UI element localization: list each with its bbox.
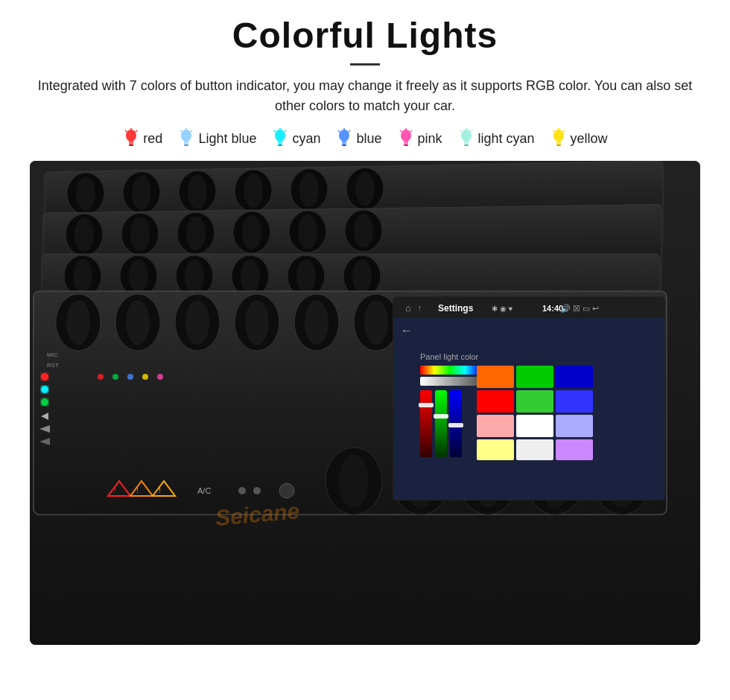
svg-rect-31 xyxy=(464,141,469,144)
svg-point-86 xyxy=(241,259,260,293)
svg-line-29 xyxy=(410,130,412,132)
svg-point-63 xyxy=(74,217,94,252)
svg-rect-207 xyxy=(435,390,447,457)
svg-point-52 xyxy=(244,174,263,208)
svg-text:!: ! xyxy=(136,486,139,494)
svg-point-65 xyxy=(130,217,150,251)
svg-point-156 xyxy=(305,300,328,345)
svg-line-17 xyxy=(285,130,286,132)
svg-point-0 xyxy=(126,130,136,141)
svg-text:MIC: MIC xyxy=(47,351,58,358)
color-label-lightcyan: light cyan xyxy=(478,131,535,147)
svg-line-10 xyxy=(180,130,182,132)
svg-point-162 xyxy=(41,386,48,393)
svg-line-5 xyxy=(136,130,137,132)
svg-rect-221 xyxy=(477,439,514,460)
svg-rect-218 xyxy=(477,415,514,437)
svg-rect-211 xyxy=(448,423,463,427)
svg-rect-220 xyxy=(556,415,593,437)
bulb-icon-lightblue xyxy=(177,128,195,149)
svg-point-67 xyxy=(186,216,206,250)
svg-rect-26 xyxy=(404,144,408,146)
svg-point-46 xyxy=(76,176,95,211)
svg-point-73 xyxy=(354,214,373,248)
svg-point-88 xyxy=(296,259,316,293)
svg-point-150 xyxy=(126,300,150,345)
svg-text:✱  ◉  ♥: ✱ ◉ ♥ xyxy=(492,305,513,313)
bulb-icon-yellow xyxy=(550,128,568,149)
svg-point-171 xyxy=(157,374,163,380)
svg-rect-212 xyxy=(477,366,514,388)
svg-text:!: ! xyxy=(159,486,161,494)
svg-rect-222 xyxy=(516,439,553,460)
svg-point-163 xyxy=(41,398,48,406)
svg-line-11 xyxy=(191,130,192,132)
svg-text:A/C: A/C xyxy=(197,486,211,495)
page-title: Colorful Lights xyxy=(30,15,700,56)
stereo-svg: MIC RST ! ! xyxy=(30,161,700,645)
svg-point-18 xyxy=(339,130,349,141)
title-divider xyxy=(350,63,380,66)
svg-point-180 xyxy=(253,487,261,494)
svg-text:Panel light color: Panel light color xyxy=(420,352,479,361)
color-item-cyan: cyan xyxy=(271,128,320,149)
svg-line-40 xyxy=(553,130,554,132)
svg-point-158 xyxy=(364,300,388,345)
bulb-icon-lightcyan xyxy=(457,128,475,149)
svg-rect-13 xyxy=(278,141,282,144)
svg-rect-32 xyxy=(464,144,469,146)
color-label-lightblue: Light blue xyxy=(198,131,256,147)
svg-text:⌂: ⌂ xyxy=(405,302,411,314)
svg-point-181 xyxy=(279,483,294,498)
color-item-pink: pink xyxy=(397,128,442,149)
color-item-blue: blue xyxy=(335,128,381,149)
svg-line-23 xyxy=(349,130,350,132)
svg-point-161 xyxy=(41,373,48,381)
description-text: Integrated with 7 colors of button indic… xyxy=(30,76,700,116)
svg-point-36 xyxy=(553,130,564,141)
svg-rect-206 xyxy=(420,390,432,457)
svg-line-28 xyxy=(400,130,402,132)
page-container: Colorful Lights Integrated with 7 colors… xyxy=(0,0,730,667)
svg-point-54 xyxy=(299,173,319,207)
svg-line-41 xyxy=(563,130,565,132)
svg-text:🔊 ☒ ▭ ↩: 🔊 ☒ ▭ ↩ xyxy=(560,303,599,314)
color-label-yellow: yellow xyxy=(571,131,608,147)
svg-point-12 xyxy=(275,130,285,141)
svg-rect-7 xyxy=(184,141,188,144)
svg-point-30 xyxy=(461,130,472,141)
svg-point-24 xyxy=(401,130,411,141)
svg-line-35 xyxy=(471,130,472,132)
svg-point-84 xyxy=(185,259,204,293)
svg-point-154 xyxy=(245,300,269,345)
svg-rect-14 xyxy=(278,144,282,146)
color-item-lightblue: Light blue xyxy=(177,128,256,149)
svg-point-50 xyxy=(188,174,207,209)
svg-point-170 xyxy=(142,374,148,380)
color-item-lightcyan: light cyan xyxy=(457,128,535,149)
svg-rect-217 xyxy=(556,390,593,413)
svg-point-90 xyxy=(352,259,372,293)
svg-point-82 xyxy=(129,259,148,293)
svg-point-152 xyxy=(185,300,209,345)
color-label-blue: blue xyxy=(356,131,381,147)
svg-rect-194 xyxy=(393,306,664,318)
svg-point-56 xyxy=(355,171,375,206)
svg-point-6 xyxy=(181,130,191,141)
color-list: red Light blue cyan xyxy=(30,128,700,149)
svg-text:!: ! xyxy=(114,486,116,494)
svg-line-4 xyxy=(125,130,127,132)
svg-rect-209 xyxy=(419,403,434,407)
svg-text:Settings: Settings xyxy=(438,303,474,314)
svg-line-16 xyxy=(274,130,276,132)
svg-text:←: ← xyxy=(401,324,413,337)
svg-rect-214 xyxy=(556,366,593,388)
color-label-pink: pink xyxy=(418,131,442,147)
svg-rect-1 xyxy=(129,141,133,144)
svg-point-71 xyxy=(298,214,317,249)
color-item-red: red xyxy=(122,128,162,149)
svg-rect-38 xyxy=(556,144,561,146)
svg-rect-223 xyxy=(556,439,593,460)
svg-rect-215 xyxy=(477,390,514,413)
svg-rect-19 xyxy=(342,141,346,144)
